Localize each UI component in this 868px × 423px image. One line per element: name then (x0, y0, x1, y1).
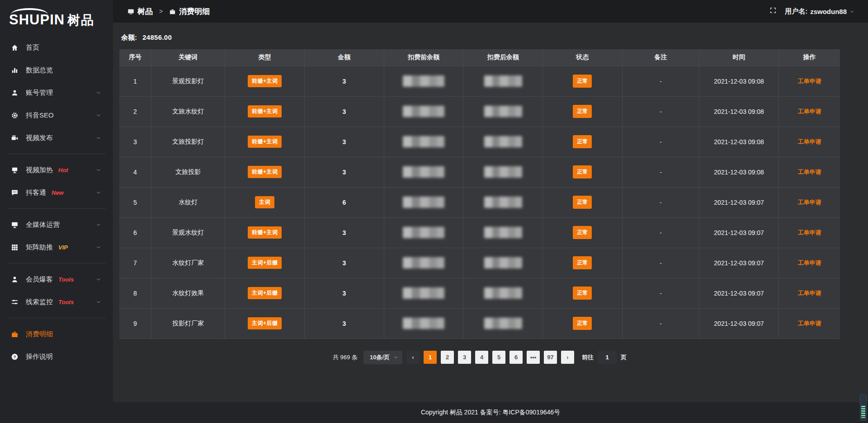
gear-icon (11, 112, 19, 119)
page-size-select[interactable]: 10条/页 (363, 351, 402, 364)
sidebar-item-label: 抖客通 (26, 188, 46, 197)
cell-remark: - (622, 66, 699, 96)
work-order-link[interactable]: 工单申请 (797, 290, 821, 296)
username-value: zswodun88 (810, 8, 847, 15)
page-button[interactable]: 2 (441, 351, 454, 364)
cell-status: 正常 (542, 157, 622, 187)
cell-pre-balance (384, 127, 463, 157)
sidebar-item-video-heat[interactable]: 视频加热 Hot (0, 159, 113, 181)
work-order-link[interactable]: 工单申请 (797, 169, 821, 175)
sidebar-item-douketong[interactable]: 抖客通 New (0, 181, 113, 204)
status-badge: 正常 (573, 226, 592, 239)
sidebar-item-video-publish[interactable]: 视频发布 (0, 127, 113, 149)
sidebar-item-matrix-boost[interactable]: 矩阵助推 VIP (0, 236, 113, 258)
cell-status: 正常 (542, 127, 622, 157)
work-order-link[interactable]: 工单申请 (797, 78, 821, 85)
blurred-balance (484, 287, 522, 299)
screen-promote-icon (11, 166, 19, 174)
page-button[interactable]: 3 (458, 351, 471, 364)
type-badge: 主词+后缀 (248, 287, 282, 299)
cell-keyword: 水纹灯效果 (151, 278, 225, 308)
cell-post-balance (463, 248, 543, 278)
cell-index: 2 (119, 96, 151, 127)
work-order-link[interactable]: 工单申请 (797, 259, 821, 266)
sidebar-divider (7, 263, 106, 263)
cell-type: 前缀+主词 (225, 96, 305, 127)
cell-remark: - (622, 127, 699, 157)
cell-time: 2021-12-03 09:07 (699, 217, 779, 248)
page-button[interactable]: 4 (475, 351, 488, 364)
type-badge: 前缀+主词 (248, 166, 282, 178)
next-page-button[interactable]: › (561, 351, 574, 364)
cell-index: 9 (119, 308, 151, 338)
blurred-balance (403, 197, 444, 208)
page-button[interactable]: 97 (544, 351, 557, 364)
cell-remark: - (622, 248, 699, 278)
blurred-balance (484, 166, 522, 178)
page-button[interactable]: 6 (509, 351, 523, 364)
blurred-balance (484, 257, 522, 268)
cell-post-balance (463, 187, 543, 217)
blurred-balance (484, 197, 522, 208)
cell-time: 2021-12-03 09:08 (699, 157, 779, 187)
page-button[interactable]: 1 (424, 351, 437, 364)
cell-pre-balance (384, 248, 463, 278)
home-icon (11, 44, 19, 52)
sidebar-item-label: 数据总览 (26, 66, 53, 75)
cell-time: 2021-12-03 09:07 (699, 308, 779, 338)
user-menu[interactable]: 用户名: zswodun88 (785, 7, 854, 16)
sidebar-item-data-overview[interactable]: 数据总览 (0, 59, 113, 81)
status-badge: 正常 (573, 256, 592, 269)
work-order-link[interactable]: 工单申请 (797, 320, 821, 327)
status-badge: 正常 (573, 287, 592, 300)
chevron-down-icon (96, 167, 101, 173)
sidebar-item-douyin-seo[interactable]: 抖音SEO (0, 104, 113, 127)
work-order-link[interactable]: 工单申请 (797, 108, 821, 115)
cell-time: 2021-12-03 09:07 (699, 248, 779, 278)
cell-status: 正常 (542, 308, 622, 338)
chat-bubble-icon (11, 189, 19, 197)
member-icon (11, 276, 19, 283)
cell-post-balance (463, 308, 543, 338)
sidebar-item-account-management[interactable]: 账号管理 (0, 81, 113, 104)
sliders-icon (11, 298, 19, 306)
cell-index: 8 (119, 278, 151, 308)
work-order-link[interactable]: 工单申请 (797, 199, 821, 206)
sidebar-item-member-burst[interactable]: 会员爆客 Tools (0, 268, 113, 291)
status-badge: 正常 (573, 165, 592, 179)
table-header: 序号 关键词 类型 金额 扣费前余额 扣费后余额 状态 备注 时间 操作 (119, 49, 840, 66)
type-badge: 主词+后缀 (248, 257, 282, 269)
breadcrumb-item[interactable]: 树品 (137, 6, 153, 17)
prev-page-button[interactable]: ‹ (406, 351, 420, 364)
chevron-down-icon (96, 277, 101, 282)
table-row: 9 投影灯厂家 主词+后缀 3 正常 - 2021-12-03 09:07 工单… (119, 308, 840, 338)
cell-action: 工单申请 (778, 96, 840, 127)
cell-type: 前缀+主词 (225, 66, 305, 96)
cell-post-balance (463, 278, 543, 308)
sidebar-item-home[interactable]: 首页 (0, 36, 113, 59)
table-row: 7 水纹灯厂家 主词+后缀 3 正常 - 2021-12-03 09:07 工单… (119, 248, 840, 278)
page-button[interactable]: 5 (492, 351, 505, 364)
sidebar-item-consumption-detail[interactable]: 消费明细 (0, 323, 113, 345)
table-body: 1 景观投影灯 前缀+主词 3 正常 - 2021-12-03 09:08 工单… (119, 66, 840, 338)
cell-amount: 3 (305, 66, 384, 96)
bar-chart-icon (11, 66, 19, 74)
cell-remark: - (622, 308, 699, 338)
blurred-balance (403, 106, 444, 117)
sidebar-divider (7, 208, 106, 209)
sidebar-item-lead-monitor[interactable]: 线索监控 Tools (0, 291, 113, 313)
sidebar-item-instructions[interactable]: ? 操作说明 (0, 345, 113, 368)
fullscreen-icon[interactable] (769, 7, 777, 16)
sidebar-item-all-media[interactable]: 全媒体运营 (0, 213, 113, 236)
goto-page-input[interactable] (598, 351, 617, 364)
floating-widget[interactable] (860, 395, 867, 421)
sidebar-item-label: 账号管理 (26, 89, 53, 97)
page-button[interactable]: ••• (527, 351, 540, 364)
work-order-link[interactable]: 工单申请 (797, 229, 821, 236)
chevron-down-icon (96, 135, 101, 141)
sidebar-item-label: 抖音SEO (26, 111, 54, 120)
cell-type: 主词 (225, 187, 305, 217)
sidebar-item-label: 矩阵助推 (26, 243, 53, 252)
work-order-link[interactable]: 工单申请 (797, 138, 821, 145)
cell-type: 主词+后缀 (225, 308, 305, 338)
